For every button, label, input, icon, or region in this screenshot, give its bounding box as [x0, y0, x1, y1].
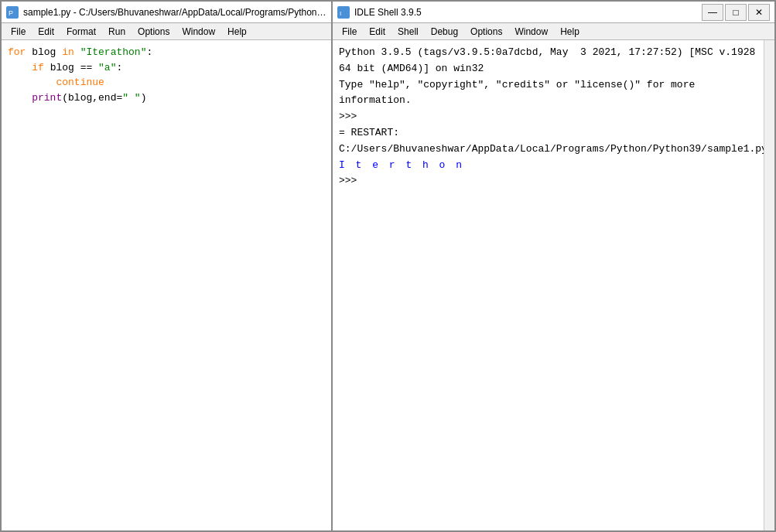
keyword-in: in [62, 46, 74, 58]
keyword-continue: continue [56, 77, 104, 88]
shell-window: I IDLE Shell 3.9.5 — □ ✕ File Edit Shell… [333, 0, 776, 532]
svg-text:P: P [9, 9, 13, 17]
editor-menu-format[interactable]: Format [60, 25, 102, 39]
editor-menu-file[interactable]: File [5, 25, 32, 39]
code-line-1: for blog in "Iterathon": [8, 45, 325, 60]
shell-menu-edit[interactable]: Edit [363, 25, 391, 39]
editor-title: sample1.py - C:/Users/Bhuvaneshwar/AppDa… [23, 7, 326, 18]
editor-menu-options[interactable]: Options [132, 25, 176, 39]
shell-window-icon: I [337, 6, 350, 19]
window-controls: — □ ✕ [702, 4, 770, 21]
shell-titlebar: I IDLE Shell 3.9.5 — □ ✕ [333, 2, 774, 23]
shell-menu-window[interactable]: Window [508, 25, 554, 39]
restart-line: = RESTART: C:/Users/Bhuvaneshwar/AppData… [339, 125, 768, 158]
shell-title: IDLE Shell 3.9.5 [354, 7, 697, 18]
code-line-4: print(blog,end=" ") [8, 90, 325, 106]
shell-menu-shell[interactable]: Shell [391, 25, 425, 39]
keyword-for: for [8, 46, 26, 58]
shell-menu-options[interactable]: Options [464, 25, 508, 39]
python-info: Python 3.9.5 (tags/v3.9.5:0a7dcbd, May 3… [339, 45, 768, 109]
editor-code-area[interactable]: for blog in "Iterathon": if blog == "a":… [2, 40, 331, 530]
code-line-3: continue [8, 75, 325, 90]
maximize-button[interactable]: □ [725, 4, 747, 21]
editor-window: P sample1.py - C:/Users/Bhuvaneshwar/App… [0, 0, 333, 532]
shell-menubar: File Edit Shell Debug Options Window Hel… [333, 23, 774, 40]
shell-scrollbar[interactable] [764, 40, 774, 530]
keyword-print: print [32, 92, 62, 104]
shell-prompt-2: >>> [339, 173, 768, 189]
editor-menu-window[interactable]: Window [176, 25, 221, 39]
shell-menu-debug[interactable]: Debug [425, 25, 464, 39]
shell-menu-file[interactable]: File [336, 25, 363, 39]
keyword-if: if [32, 62, 44, 73]
editor-menu-help[interactable]: Help [221, 25, 253, 39]
editor-menu-edit[interactable]: Edit [32, 25, 60, 39]
editor-menu-run[interactable]: Run [102, 25, 132, 39]
editor-menubar: File Edit Format Run Options Window Help [2, 23, 331, 40]
shell-output: I t e r t h o n [339, 158, 768, 174]
shell-prompt-1: >>> [339, 109, 768, 125]
close-button[interactable]: ✕ [748, 4, 770, 21]
svg-text:I: I [340, 10, 341, 17]
shell-menu-help[interactable]: Help [554, 25, 586, 39]
minimize-button[interactable]: — [702, 4, 723, 21]
code-line-2: if blog == "a": [8, 60, 325, 76]
editor-window-icon: P [6, 6, 19, 19]
shell-output-area[interactable]: Python 3.9.5 (tags/v3.9.5:0a7dcbd, May 3… [333, 40, 774, 530]
editor-titlebar: P sample1.py - C:/Users/Bhuvaneshwar/App… [2, 2, 331, 23]
